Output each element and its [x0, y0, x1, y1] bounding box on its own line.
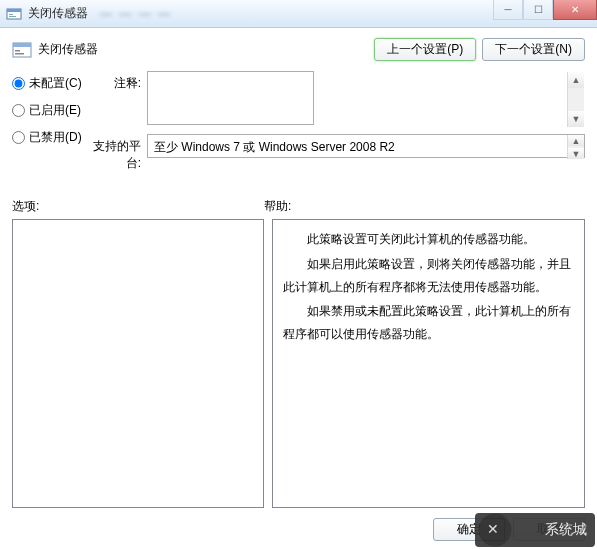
svg-rect-1 — [7, 9, 21, 12]
dialog-content: 关闭传感器 上一个设置(P) 下一个设置(N) 未配置(C) 已启用(E) 已禁… — [0, 28, 597, 549]
svg-rect-7 — [15, 53, 24, 55]
radio-enabled[interactable]: 已启用(E) — [12, 102, 87, 119]
next-setting-button[interactable]: 下一个设置(N) — [482, 38, 585, 61]
window-title: 关闭传感器 — [28, 5, 88, 22]
svg-rect-5 — [13, 43, 31, 47]
radio-label: 已启用(E) — [29, 102, 81, 119]
scroll-up-icon[interactable]: ▲ — [568, 135, 584, 146]
help-paragraph: 如果禁用或未配置此策略设置，此计算机上的所有程序都可以使用传感器功能。 — [283, 300, 574, 346]
scroll-up-icon[interactable]: ▲ — [568, 72, 584, 88]
comment-input[interactable] — [147, 71, 314, 125]
policy-icon — [12, 41, 32, 59]
cancel-button[interactable]: 取消 — [513, 518, 585, 541]
fields-column: 注释: ▲ ▼ 支持的平台: 至少 Windows 7 或 Windows Se… — [87, 71, 585, 178]
svg-rect-3 — [9, 16, 16, 17]
close-button[interactable]: ✕ — [553, 0, 597, 20]
scroll-down-icon[interactable]: ▼ — [568, 111, 584, 127]
radio-group: 未配置(C) 已启用(E) 已禁用(D) — [12, 71, 87, 178]
help-label: 帮助: — [264, 198, 291, 215]
policy-title: 关闭传感器 — [38, 41, 368, 58]
radio-not-configured-input[interactable] — [12, 77, 25, 90]
comment-row: 注释: ▲ ▼ — [87, 71, 585, 128]
help-panel: 此策略设置可关闭此计算机的传感器功能。 如果启用此策略设置，则将关闭传感器功能，… — [272, 219, 585, 508]
help-paragraph: 如果启用此策略设置，则将关闭传感器功能，并且此计算机上的所有程序都将无法使用传感… — [283, 253, 574, 299]
title-extra: — — — — — [100, 7, 172, 21]
app-icon — [6, 6, 22, 22]
radio-disabled-input[interactable] — [12, 131, 25, 144]
options-panel — [12, 219, 264, 508]
ok-button[interactable]: 确定 — [433, 518, 505, 541]
options-label: 选项: — [12, 198, 264, 215]
scroll-down-icon[interactable]: ▼ — [568, 148, 584, 159]
scrollbar[interactable]: ▲ ▼ — [567, 135, 584, 159]
previous-setting-button[interactable]: 上一个设置(P) — [374, 38, 476, 61]
titlebar: 关闭传感器 — — — — ─ ☐ ✕ — [0, 0, 597, 28]
footer: 确定 取消 — [12, 508, 585, 541]
platform-row: 支持的平台: 至少 Windows 7 或 Windows Server 200… — [87, 134, 585, 172]
radio-label: 已禁用(D) — [29, 129, 82, 146]
minimize-button[interactable]: ─ — [493, 0, 523, 20]
panels: 此策略设置可关闭此计算机的传感器功能。 如果启用此策略设置，则将关闭传感器功能，… — [12, 219, 585, 508]
section-labels: 选项: 帮助: — [12, 198, 585, 215]
comment-label: 注释: — [87, 71, 147, 128]
platform-label: 支持的平台: — [87, 134, 147, 172]
svg-rect-6 — [15, 50, 20, 52]
help-text: 此策略设置可关闭此计算机的传感器功能。 如果启用此策略设置，则将关闭传感器功能，… — [283, 228, 574, 346]
radio-not-configured[interactable]: 未配置(C) — [12, 75, 87, 92]
window-controls: ─ ☐ ✕ — [493, 0, 597, 20]
config-area: 未配置(C) 已启用(E) 已禁用(D) 注释: ▲ ▼ — [12, 71, 585, 178]
svg-rect-2 — [9, 14, 13, 15]
platform-value: 至少 Windows 7 或 Windows Server 2008 R2 — [147, 134, 585, 158]
radio-enabled-input[interactable] — [12, 104, 25, 117]
radio-label: 未配置(C) — [29, 75, 82, 92]
radio-disabled[interactable]: 已禁用(D) — [12, 129, 87, 146]
help-paragraph: 此策略设置可关闭此计算机的传感器功能。 — [283, 228, 574, 251]
scrollbar[interactable]: ▲ ▼ — [567, 72, 584, 127]
header-row: 关闭传感器 上一个设置(P) 下一个设置(N) — [12, 38, 585, 61]
maximize-button[interactable]: ☐ — [523, 0, 553, 20]
comment-wrap: ▲ ▼ — [147, 71, 585, 128]
platform-wrap: 至少 Windows 7 或 Windows Server 2008 R2 ▲ … — [147, 134, 585, 172]
